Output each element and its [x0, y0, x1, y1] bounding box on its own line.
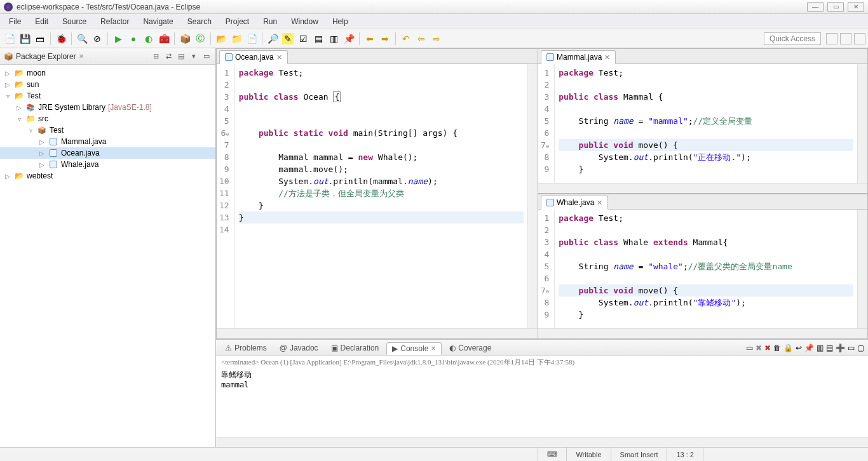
display-selected-icon[interactable]: ▥ — [817, 344, 824, 352]
bottom-tab-console[interactable]: ▶Console ✕ — [386, 342, 442, 355]
external-tools-button[interactable]: 🧰 — [157, 32, 171, 46]
open-project-button[interactable]: 📂 — [214, 32, 228, 46]
minimize-view-icon[interactable]: ▭ — [201, 51, 212, 62]
tab-ocean[interactable]: Ocean.java ✕ — [219, 50, 288, 64]
horizontal-scrollbar[interactable] — [538, 328, 867, 338]
tab-whale[interactable]: Whale.java ✕ — [541, 196, 608, 210]
tree-item[interactable]: ▷webtest — [0, 170, 215, 182]
new-class-button[interactable]: Ⓒ — [193, 32, 207, 46]
code-area-ocean[interactable]: 123456⊖7891011121314package Test; public… — [217, 64, 527, 328]
horizontal-scrollbar[interactable] — [217, 328, 538, 338]
bottom-tab-problems[interactable]: ⚠Problems — [220, 342, 272, 354]
forward-button[interactable]: ➡ — [378, 32, 392, 46]
twist-icon[interactable]: ▿ — [15, 116, 23, 123]
last-edit-button[interactable]: ↶ — [399, 32, 413, 46]
tree-item[interactable]: ▷Whale.java — [0, 159, 215, 170]
maximize-button[interactable]: ▭ — [827, 2, 844, 12]
open-console-icon[interactable]: ▤ — [826, 344, 833, 352]
tree-item[interactable]: ▿src — [0, 113, 215, 124]
debug-button[interactable]: 🐞 — [54, 32, 68, 46]
perspective-debug-icon[interactable] — [840, 33, 851, 44]
twist-icon[interactable]: ▷ — [4, 70, 11, 77]
menu-project[interactable]: Project — [219, 15, 255, 28]
open-file-button[interactable]: 📄 — [245, 32, 259, 46]
wrap-icon[interactable]: ↩ — [796, 344, 802, 352]
annotation-button[interactable]: ☑ — [296, 32, 310, 46]
link-editor-icon[interactable]: ⇄ — [163, 51, 173, 62]
menu-file[interactable]: File — [3, 15, 27, 28]
twist-icon[interactable]: ▿ — [4, 93, 11, 100]
console-scrollbar[interactable] — [216, 437, 868, 447]
bottom-tab-javadoc[interactable]: @Javadoc — [275, 342, 323, 354]
pin-console-icon[interactable]: 📌 — [804, 344, 814, 352]
tasks-button[interactable]: ▥ — [327, 32, 341, 46]
menu-refactor[interactable]: Refactor — [94, 15, 135, 28]
skip-breakpoints-button[interactable]: ⊘ — [90, 32, 104, 46]
tree-item[interactable]: ▿Test — [0, 124, 215, 136]
resume-button[interactable]: ▶ — [111, 32, 125, 46]
close-icon[interactable]: ✕ — [431, 345, 436, 352]
code-area-whale[interactable]: 1234567⊖89package Test; public class Wha… — [538, 210, 857, 328]
new-button[interactable]: 📄 — [3, 32, 17, 46]
run-button[interactable]: ● — [126, 32, 140, 46]
minimize-icon[interactable]: ▭ — [848, 344, 855, 352]
perspective-other-icon[interactable] — [854, 33, 865, 44]
menu-navigate[interactable]: Navigate — [137, 15, 179, 28]
twist-icon[interactable]: ▿ — [27, 127, 34, 134]
open-type-button[interactable]: 🔍 — [75, 32, 89, 46]
bookmark-button[interactable]: ▤ — [311, 32, 325, 46]
bottom-tab-declaration[interactable]: ▣Declaration — [326, 342, 384, 354]
twist-icon[interactable]: ▷ — [4, 173, 11, 180]
tree-item[interactable]: ▷Mammal.java — [0, 136, 215, 147]
tree-item[interactable]: ▷moon — [0, 67, 215, 79]
scroll-lock-icon[interactable]: 🔒 — [783, 344, 793, 352]
bottom-tab-coverage[interactable]: ◐Coverage — [444, 342, 496, 354]
new-package-button[interactable]: 📦 — [178, 32, 192, 46]
close-icon[interactable]: ✕ — [604, 53, 610, 62]
menu-edit[interactable]: Edit — [29, 15, 55, 28]
collapse-all-icon[interactable]: ⊟ — [151, 51, 161, 62]
quick-access-input[interactable]: Quick Access — [764, 32, 821, 45]
toggle-mark-button[interactable]: ✎ — [281, 32, 295, 46]
twist-icon[interactable]: ▷ — [38, 150, 46, 157]
twist-icon[interactable]: ▷ — [38, 138, 46, 145]
terminate-all-icon[interactable]: ✖ — [764, 344, 771, 352]
twist-icon[interactable]: ▷ — [38, 161, 46, 168]
remove-launch-icon[interactable]: ▭ — [746, 344, 753, 352]
tree-item[interactable]: ▷JRE System Library [JavaSE-1.8] — [0, 102, 215, 113]
minimize-button[interactable]: — — [807, 2, 824, 12]
menu-window[interactable]: Window — [285, 15, 325, 28]
menu-run[interactable]: Run — [257, 15, 283, 28]
vertical-scrollbar[interactable] — [857, 64, 867, 183]
tree-item[interactable]: ▿Test — [0, 90, 215, 102]
close-view-icon[interactable]: ✕ — [79, 53, 84, 60]
close-icon[interactable]: ✕ — [276, 53, 282, 62]
save-button[interactable]: 💾 — [18, 32, 32, 46]
open-folder-button[interactable]: 📁 — [229, 32, 243, 46]
remove-all-icon[interactable]: ✖ — [756, 344, 762, 352]
vertical-scrollbar[interactable] — [857, 210, 867, 328]
pin-button[interactable]: 📌 — [342, 32, 356, 46]
twist-icon[interactable]: ▷ — [4, 81, 11, 88]
tree-item[interactable]: ▷sun — [0, 79, 215, 90]
coverage-button[interactable]: ◐ — [142, 32, 156, 46]
vertical-scrollbar[interactable] — [527, 64, 538, 328]
back-button[interactable]: ⬅ — [363, 32, 377, 46]
history-fwd-button[interactable]: ⇨ — [430, 32, 444, 46]
new-console-icon[interactable]: ➕ — [836, 344, 845, 352]
clear-console-icon[interactable]: 🗑 — [773, 344, 781, 352]
history-back-button[interactable]: ⇦ — [414, 32, 428, 46]
filter-icon[interactable]: ▤ — [176, 51, 186, 62]
horizontal-scrollbar[interactable] — [538, 183, 867, 193]
code-area-mammal[interactable]: 1234567⊖89package Test; public class Mam… — [538, 64, 857, 183]
save-all-button[interactable]: 🗃 — [33, 32, 47, 46]
maximize-icon[interactable]: ▢ — [857, 344, 864, 352]
console-output[interactable]: 靠鳍移动mammal — [216, 367, 868, 437]
menu-source[interactable]: Source — [56, 15, 93, 28]
perspective-java-icon[interactable] — [826, 33, 837, 44]
twist-icon[interactable]: ▷ — [15, 104, 23, 111]
tree-item[interactable]: ▷Ocean.java — [0, 147, 215, 159]
package-tree[interactable]: ▷moon▷sun▿Test▷JRE System Library [JavaS… — [0, 65, 215, 184]
close-icon[interactable]: ✕ — [597, 199, 602, 207]
tab-mammal[interactable]: Mammal.java ✕ — [541, 50, 616, 64]
